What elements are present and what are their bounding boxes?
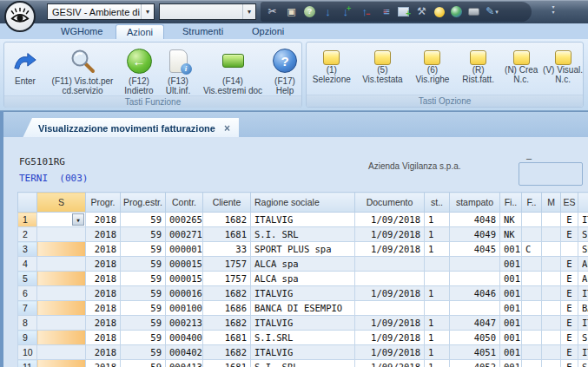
- collapsed-groupbox[interactable]: [519, 162, 583, 186]
- globe-icon[interactable]: [451, 6, 462, 17]
- header-stampato[interactable]: stampato: [450, 193, 500, 213]
- cell-es[interactable]: E: [561, 272, 578, 286]
- table-row[interactable]: 320185900000133SPORT PLUS spa1/09/201814…: [18, 242, 588, 257]
- cell-s[interactable]: [37, 316, 86, 331]
- cell-n[interactable]: 10: [18, 345, 37, 360]
- cell-m[interactable]: [542, 360, 561, 367]
- cell-prog_estr[interactable]: 59: [121, 272, 166, 286]
- f13-ultinf-button[interactable]: i (F13) Ult.inf.: [159, 43, 197, 95]
- cell-documento[interactable]: 1/09/2018: [355, 331, 425, 345]
- cell-stampato[interactable]: 4048: [450, 213, 500, 227]
- cell-ragione[interactable]: ITALVIG: [251, 345, 355, 360]
- cell-ragione[interactable]: ITALVIG: [251, 213, 355, 227]
- cell-progr[interactable]: 2018: [86, 360, 121, 367]
- cell-es[interactable]: E: [561, 227, 578, 242]
- cell-tail[interactable]: ALCA spa: [578, 257, 588, 272]
- cell-st[interactable]: [425, 272, 450, 286]
- cell-fi[interactable]: 001: [500, 257, 522, 272]
- cell-documento[interactable]: 1/09/2018: [355, 227, 425, 242]
- cell-ragione[interactable]: SPORT PLUS spa: [251, 242, 355, 257]
- cell-m[interactable]: [542, 257, 561, 272]
- cell-f[interactable]: [522, 316, 542, 331]
- cell-progr[interactable]: 2018: [86, 345, 121, 360]
- lightbulb-icon[interactable]: [434, 7, 445, 17]
- cell-f[interactable]: [522, 227, 542, 242]
- table-row[interactable]: 112018590004131681S.I. SRL1/09/201814052…: [18, 360, 588, 367]
- cell-contr[interactable]: 000100: [166, 301, 203, 316]
- quick-search-dropdown[interactable]: ▾: [159, 3, 256, 20]
- cell-m[interactable]: [542, 331, 561, 345]
- header-f[interactable]: F..: [522, 193, 542, 213]
- remove-up-icon[interactable]: [360, 5, 373, 18]
- cell-s[interactable]: [37, 242, 86, 257]
- cell-progr[interactable]: 2018: [86, 331, 121, 345]
- f12-indietro-button[interactable]: ← (F12) Indietro: [119, 43, 159, 95]
- cut-icon[interactable]: [266, 5, 279, 18]
- tab-wghome[interactable]: WGHome: [50, 24, 113, 39]
- cell-cliente[interactable]: 1681: [203, 227, 251, 242]
- cell-fi[interactable]: 001: [500, 286, 522, 301]
- cell-n[interactable]: 1: [18, 213, 37, 227]
- cell-st[interactable]: 1: [425, 331, 450, 345]
- cell-prog_estr[interactable]: 59: [121, 286, 166, 301]
- cell-n[interactable]: 9: [18, 331, 37, 345]
- cell-es[interactable]: E: [561, 316, 578, 331]
- document-tab[interactable]: Visualizzazione movimenti fatturazione ×: [23, 118, 239, 138]
- cell-cliente[interactable]: 1682: [203, 345, 251, 360]
- table-row[interactable]: 42018590000151757ALCA spa001EALCA spa: [18, 257, 588, 272]
- cell-f[interactable]: C: [522, 242, 542, 257]
- cell-es[interactable]: E: [561, 331, 578, 345]
- cell-m[interactable]: [542, 213, 561, 227]
- table-row[interactable]: 72018590001001686BANCA DI ESEMPIO001EBAN…: [18, 301, 588, 316]
- cell-st[interactable]: 1: [425, 360, 450, 367]
- move-down-icon[interactable]: [321, 5, 334, 18]
- add-down-icon[interactable]: [340, 5, 353, 18]
- header-progr[interactable]: Progr.: [86, 193, 121, 213]
- cell-progr[interactable]: 2018: [86, 272, 121, 286]
- help-icon[interactable]: ?: [304, 6, 315, 17]
- cell-n[interactable]: 6: [18, 286, 37, 301]
- cell-cliente[interactable]: 33: [203, 242, 251, 257]
- f17-help-button[interactable]: ? (F17) Help: [268, 43, 301, 95]
- cell-ragione[interactable]: ITALVIG: [251, 286, 355, 301]
- cell-s[interactable]: [37, 286, 86, 301]
- cell-n[interactable]: 11: [18, 360, 37, 367]
- cell-stampato[interactable]: 4049: [450, 227, 500, 242]
- cell-cliente[interactable]: 1757: [203, 257, 251, 272]
- print-icon[interactable]: [468, 8, 479, 16]
- cell-st[interactable]: 1: [425, 316, 450, 331]
- header-s[interactable]: S: [37, 193, 86, 213]
- cell-st[interactable]: 1: [425, 242, 450, 257]
- header-m[interactable]: M: [542, 193, 561, 213]
- cell-m[interactable]: [542, 272, 561, 286]
- enter-button[interactable]: Enter: [4, 43, 46, 86]
- table-row[interactable]: 52018590000151757ALCA spa001EALCA spa: [18, 272, 588, 286]
- cell-contr[interactable]: 000015: [166, 257, 203, 272]
- cell-prog_estr[interactable]: 59: [121, 331, 166, 345]
- cell-ragione[interactable]: BANCA DI ESEMPIO: [251, 301, 355, 316]
- cell-st[interactable]: 1: [425, 286, 450, 301]
- table-row[interactable]: 22018590002711681S.I. SRL1/09/201814049N…: [18, 227, 588, 242]
- cell-cliente[interactable]: 1682: [203, 316, 251, 331]
- cell-n[interactable]: 5: [18, 272, 37, 286]
- table-row[interactable]: 92018590004001681S.I.SRL1/09/20181405000…: [18, 331, 588, 345]
- cell-es[interactable]: E: [561, 345, 578, 360]
- gesiv-eye-logo[interactable]: [4, 1, 36, 32]
- cell-prog_estr[interactable]: 59: [121, 345, 166, 360]
- header-prog-estr[interactable]: Prog.estr.: [121, 193, 166, 213]
- cell-es[interactable]: E: [561, 301, 578, 316]
- cell-fi[interactable]: 001: [500, 316, 522, 331]
- cell-f[interactable]: [522, 301, 542, 316]
- cell-tail[interactable]: S.I. SRL: [578, 360, 588, 367]
- cell-stampato[interactable]: 4047: [450, 316, 500, 331]
- cell-st[interactable]: 1: [425, 345, 450, 360]
- cell-contr[interactable]: 000015: [166, 272, 203, 286]
- cell-stampato[interactable]: [450, 257, 500, 272]
- cell-ragione[interactable]: S.I. SRL: [251, 360, 355, 367]
- cell-progr[interactable]: 2018: [86, 227, 121, 242]
- cell-prog_estr[interactable]: 59: [121, 242, 166, 257]
- cell-stampato[interactable]: 4051: [450, 345, 500, 360]
- cell-tail[interactable]: ALCA spa: [578, 272, 588, 286]
- cell-contr[interactable]: 000001: [166, 242, 203, 257]
- cell-f[interactable]: [522, 213, 542, 227]
